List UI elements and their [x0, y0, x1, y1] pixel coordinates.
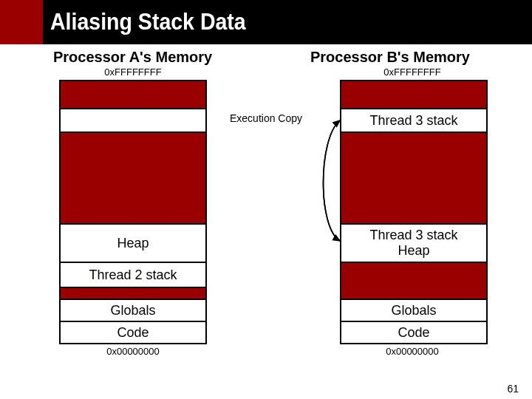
proc-a-header: Processor A's Memory — [53, 49, 212, 66]
exec-copy-label: Execution Copy — [218, 112, 314, 124]
proc-b-diagram: Thread 3 stack Thread 3 stack Heap Globa… — [340, 80, 488, 344]
proc-b-t3heap: Thread 3 stack Heap — [341, 223, 486, 262]
proc-a-top-addr: 0xFFFFFFFF — [89, 66, 177, 78]
proc-a-bottom-addr: 0x00000000 — [89, 346, 177, 357]
content-area: Processor A's Memory Processor B's Memor… — [0, 44, 532, 399]
proc-b-top-addr: 0xFFFFFFFF — [368, 66, 457, 78]
proc-a-t2stack: Thread 2 stack — [61, 262, 205, 287]
proc-a-seg-mid — [61, 132, 205, 223]
proc-b-code: Code — [341, 321, 486, 343]
proc-a-globals: Globals — [61, 299, 205, 321]
proc-b-t3heap-l2: Heap — [398, 243, 429, 258]
proc-b-globals: Globals — [341, 299, 486, 321]
proc-a-seg-top — [61, 81, 205, 108]
title-bar: Aliasing Stack Data — [0, 0, 532, 44]
proc-b-bottom-addr: 0x00000000 — [368, 346, 457, 357]
page-number: 61 — [507, 383, 519, 395]
proc-a-heap: Heap — [61, 223, 205, 262]
proc-a-seg-exec-slot — [61, 108, 205, 132]
proc-b-t3heap-l1: Thread 3 stack — [369, 228, 457, 242]
proc-b-seg-top — [341, 81, 486, 108]
proc-b-t3stack: Thread 3 stack — [341, 108, 486, 132]
proc-b-header: Processor B's Memory — [310, 49, 470, 66]
page-title: Aliasing Stack Data — [50, 9, 246, 35]
proc-b-seg-mid — [341, 132, 486, 223]
proc-b-seg-gap — [341, 262, 486, 299]
proc-a-seg-gap — [61, 287, 205, 299]
proc-a-code: Code — [61, 321, 205, 343]
proc-b-t3heap-text: Thread 3 stack Heap — [369, 228, 457, 258]
proc-a-diagram: Heap Thread 2 stack Globals Code — [59, 80, 207, 344]
